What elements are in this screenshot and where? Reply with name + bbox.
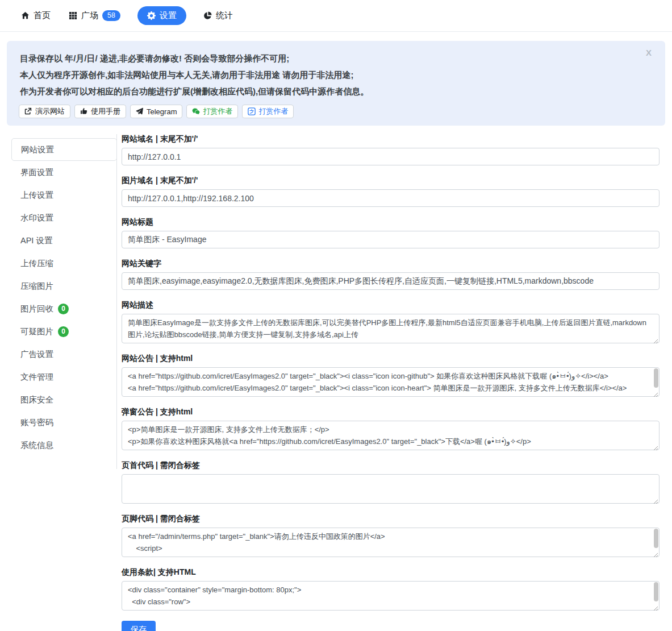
demo-site-button[interactable]: 演示网站 <box>19 105 70 118</box>
header-code-textarea[interactable] <box>122 474 660 504</box>
sidebar-item-security[interactable]: 图床安全 <box>11 388 116 411</box>
sidebar-item-compress-images[interactable]: 压缩图片 <box>11 275 116 297</box>
nav-item-label: 广场 <box>81 10 98 21</box>
nav-item-label: 统计 <box>216 10 233 21</box>
sidebar-item-label: 界面设置 <box>20 167 53 178</box>
paper-plane-icon <box>136 107 144 115</box>
sidebar-item-recycle-bin[interactable]: 图片回收 0 <box>11 297 116 320</box>
nav-item-label: 首页 <box>34 10 51 21</box>
donate-alipay-button[interactable]: 打赏作者 <box>242 105 294 118</box>
grid-icon <box>69 11 77 20</box>
resize-grip-icon[interactable] <box>653 390 658 396</box>
sidebar-item-label: API 设置 <box>20 235 52 246</box>
field-terms: 使用条款| 支持HTML <div class="container" styl… <box>122 567 660 611</box>
popup-announcement-textarea[interactable]: <p>简单图床是一款开源图床, 支持多文件上传无数据库；</p> <p>如果你喜… <box>122 421 660 450</box>
site-announcement-textarea[interactable]: <a href="https://github.com/icret/EasyIm… <box>122 367 660 397</box>
pie-chart-icon <box>203 11 212 20</box>
suspicious-count-badge: 0 <box>58 326 69 337</box>
field-label: 网站公告 | 支持html <box>122 354 660 364</box>
sidebar-item-site-settings[interactable]: 网站设置 <box>11 138 117 161</box>
field-label: 网站标题 <box>122 217 660 227</box>
resize-grip-icon[interactable] <box>653 604 658 609</box>
sidebar-item-label: 网站设置 <box>21 144 54 155</box>
resize-grip-icon[interactable] <box>653 337 658 342</box>
field-label: 弹窗公告 | 支持html <box>122 407 660 417</box>
sidebar-item-label: 广告设置 <box>20 349 53 360</box>
field-label: 网站关键字 <box>122 259 660 269</box>
sidebar-item-suspicious-images[interactable]: 可疑图片 0 <box>11 320 116 343</box>
terms-textarea[interactable]: <div class="container" style="margin-bot… <box>122 581 660 611</box>
plaza-count-badge: 58 <box>102 10 120 21</box>
site-domain-input[interactable] <box>122 148 660 165</box>
sidebar-item-watermark-settings[interactable]: 水印设置 <box>11 206 116 229</box>
field-site-title: 网站标题 <box>122 217 660 248</box>
field-footer-code: 页脚代码 | 需闭合标签 <a href="/admin/terms.php" … <box>122 514 660 557</box>
thumbs-up-icon <box>80 107 88 115</box>
field-label: 网站描述 <box>122 300 660 310</box>
main-layout: 网站设置 界面设置 上传设置 水印设置 API 设置 上传压缩 压缩图片 图片回… <box>0 126 672 631</box>
sidebar-item-api-settings[interactable]: API 设置 <box>11 229 116 252</box>
alert-text-line: 目录保存以 年/月/日/ 递进,非必要请勿修改! 否则会导致部分操作不可用; <box>20 50 658 67</box>
sidebar-item-label: 水印设置 <box>20 213 53 223</box>
sidebar-item-ui-settings[interactable]: 界面设置 <box>11 161 116 184</box>
image-domain-input[interactable] <box>122 189 660 207</box>
external-link-icon <box>24 107 32 115</box>
sidebar-item-label: 上传压缩 <box>20 258 53 269</box>
alert-text-line: 作为开发者你可以对相应的后台功能进行扩展(增删改相应代码),但请保留代码中源作者… <box>20 83 658 99</box>
sidebar-item-ad-settings[interactable]: 广告设置 <box>11 343 116 366</box>
field-header-code: 页首代码 | 需闭合标签 <box>122 460 660 504</box>
site-keywords-input[interactable] <box>122 272 660 290</box>
field-popup-announcement: 弹窗公告 | 支持html <p>简单图床是一款开源图床, 支持多文件上传无数据… <box>122 407 660 450</box>
nav-item-plaza[interactable]: 广场 58 <box>68 6 122 25</box>
field-image-domain: 图片域名 | 末尾不加'/' <box>122 176 660 207</box>
sidebar-item-system-info[interactable]: 系统信息 <box>11 434 116 456</box>
nav-item-stats[interactable]: 统计 <box>202 6 234 25</box>
gears-icon <box>147 11 156 20</box>
alipay-icon <box>248 107 256 115</box>
sidebar-item-label: 文件管理 <box>20 372 53 383</box>
notice-alert: X 目录保存以 年/月/日/ 递进,非必要请勿修改! 否则会导致部分操作不可用;… <box>7 41 665 126</box>
field-label: 网站域名 | 末尾不加'/' <box>122 134 660 144</box>
nav-item-settings[interactable]: 设置 <box>137 6 186 25</box>
donate-alipay-label: 打赏作者 <box>258 106 288 117</box>
textarea-scrollbar[interactable] <box>654 529 658 548</box>
sidebar-item-upload-settings[interactable]: 上传设置 <box>11 184 116 206</box>
sidebar-item-label: 账号密码 <box>20 417 53 428</box>
site-description-textarea[interactable]: 简单图床EasyImage是一款支持多文件上传的无数据库图床,可以完美替代PHP… <box>122 314 660 343</box>
telegram-button[interactable]: Telegram <box>130 105 182 118</box>
top-navbar: 首页 广场 58 设置 统计 <box>0 0 672 32</box>
save-button[interactable]: 保存 <box>122 621 156 631</box>
sidebar-item-label: 系统信息 <box>20 440 53 451</box>
recycle-count-badge: 0 <box>58 304 69 314</box>
resize-grip-icon[interactable] <box>653 550 658 556</box>
nav-item-home[interactable]: 首页 <box>20 6 52 25</box>
textarea-scrollbar[interactable] <box>654 368 658 388</box>
wechat-icon <box>192 107 200 115</box>
settings-sidebar: 网站设置 界面设置 上传设置 水印设置 API 设置 上传压缩 压缩图片 图片回… <box>11 134 117 469</box>
demo-site-label: 演示网站 <box>35 106 65 117</box>
donate-wechat-button[interactable]: 打赏作者 <box>186 105 238 118</box>
field-site-domain: 网站域名 | 末尾不加'/' <box>122 134 660 165</box>
sidebar-item-label: 可疑图片 <box>20 326 53 337</box>
alert-close-button[interactable]: X <box>646 48 652 57</box>
field-site-keywords: 网站关键字 <box>122 259 660 290</box>
sidebar-item-account-password[interactable]: 账号密码 <box>11 411 116 434</box>
nav-item-label: 设置 <box>160 10 177 21</box>
field-label: 使用条款| 支持HTML <box>122 567 660 578</box>
alert-buttons-row: 演示网站 使用手册 Telegram 打赏作者 打赏作者 <box>19 105 658 118</box>
resize-grip-icon[interactable] <box>653 443 658 449</box>
telegram-label: Telegram <box>147 107 177 116</box>
sidebar-item-upload-compress[interactable]: 上传压缩 <box>11 252 116 275</box>
sidebar-item-label: 上传设置 <box>20 190 53 201</box>
sidebar-item-label: 图床安全 <box>20 395 53 405</box>
settings-form: 网站域名 | 末尾不加'/' 图片域名 | 末尾不加'/' 网站标题 网站关键字… <box>122 134 660 631</box>
field-label: 页脚代码 | 需闭合标签 <box>122 514 660 524</box>
manual-label: 使用手册 <box>91 106 120 117</box>
site-title-input[interactable] <box>122 231 660 248</box>
footer-code-textarea[interactable]: <a href="/admin/terms.php" target="_blan… <box>122 528 660 557</box>
resize-grip-icon[interactable] <box>653 497 658 503</box>
manual-button[interactable]: 使用手册 <box>74 105 126 118</box>
sidebar-item-label: 图片回收 <box>20 304 53 314</box>
sidebar-item-file-manager[interactable]: 文件管理 <box>11 366 116 388</box>
textarea-scrollbar[interactable] <box>654 582 658 601</box>
